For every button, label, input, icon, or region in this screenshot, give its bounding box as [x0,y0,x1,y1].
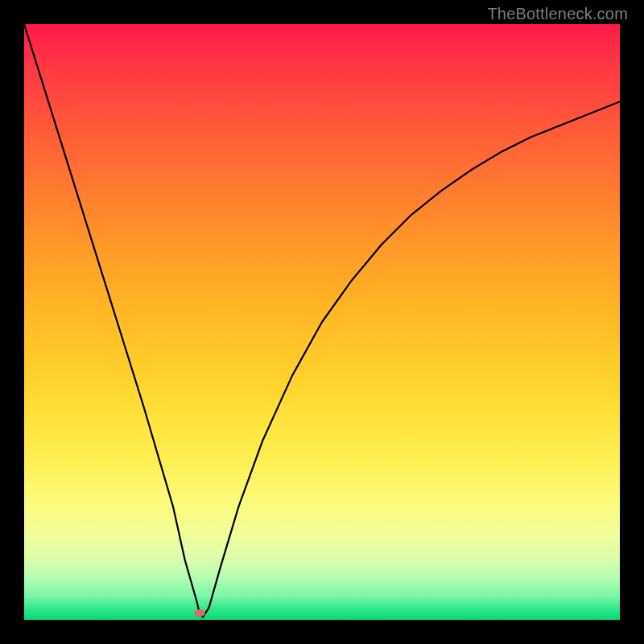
bottleneck-curve [24,24,620,617]
chart-frame: TheBottleneck.com [0,0,644,644]
curve-layer [24,24,620,620]
optimum-marker [194,609,205,617]
watermark-text: TheBottleneck.com [487,5,628,23]
plot-area [24,24,620,620]
